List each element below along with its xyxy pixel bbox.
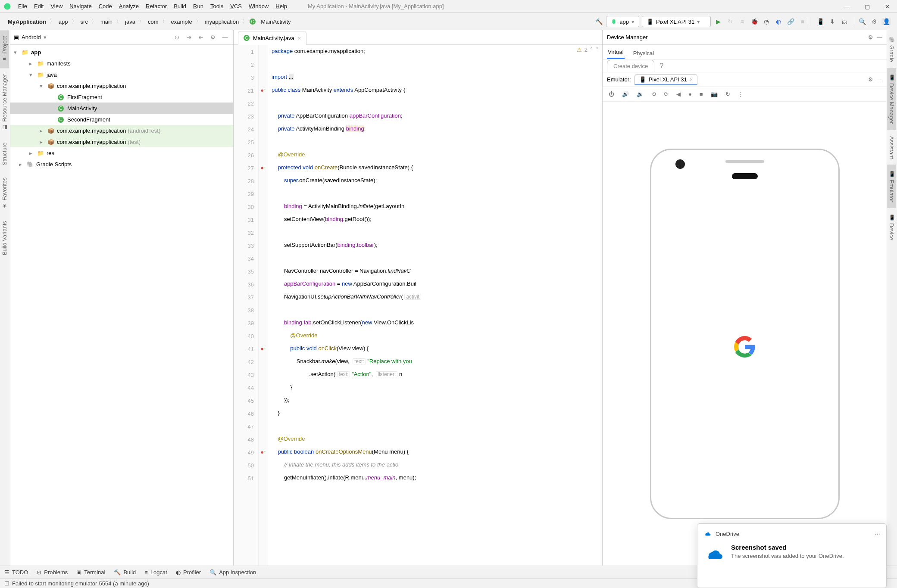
emulator-tab[interactable]: 📱Pixel XL API 31 ×: [634, 74, 698, 85]
line-number-gutter[interactable]: 1232122232425262728293031323334353637383…: [234, 45, 259, 566]
tab-terminal[interactable]: ▣ Terminal: [76, 569, 105, 576]
apply-code-icon[interactable]: ≡: [738, 18, 747, 25]
right-tab-gradle[interactable]: 🐘 Gradle: [887, 30, 896, 68]
menu-refactor[interactable]: Refactor: [142, 1, 170, 11]
tree-node[interactable]: ▸📁res: [10, 147, 233, 159]
tree-node[interactable]: CSecondFragment: [10, 114, 233, 125]
editor-tab[interactable]: C MainActivity.java ×: [238, 31, 306, 45]
power-icon[interactable]: ⏻: [609, 91, 614, 97]
locate-icon[interactable]: ⊙: [172, 34, 181, 40]
device-screen[interactable]: [657, 186, 832, 507]
menu-code[interactable]: Code: [95, 1, 116, 11]
rotate-left-icon[interactable]: ⟲: [651, 91, 656, 97]
maximize-button[interactable]: ▢: [857, 0, 877, 13]
reload-icon[interactable]: ↻: [725, 91, 730, 97]
menu-help[interactable]: Help: [272, 1, 291, 11]
volume-down-icon[interactable]: 🔉: [637, 91, 644, 97]
resource-manager-icon[interactable]: 🗂: [840, 18, 849, 25]
help-icon[interactable]: ?: [659, 62, 663, 70]
tab-todo[interactable]: ☰ TODO: [4, 569, 28, 576]
run-config-selector[interactable]: app ▾: [606, 16, 639, 27]
menu-edit[interactable]: Edit: [31, 1, 47, 11]
tree-node[interactable]: CFirstFragment: [10, 91, 233, 103]
crumb[interactable]: MainActivity: [259, 19, 292, 25]
chevron-up-icon[interactable]: ˄: [590, 47, 593, 53]
debug-icon[interactable]: 🐞: [750, 18, 759, 25]
panel-hide-icon[interactable]: —: [877, 34, 882, 40]
crumb[interactable]: MyApplication: [6, 19, 48, 25]
onedrive-notification[interactable]: OneDrive ⋯ Screenshot saved The screensh…: [697, 523, 887, 588]
left-tab-project[interactable]: ■ Project: [0, 30, 9, 68]
volume-up-icon[interactable]: 🔊: [622, 91, 629, 97]
tree-node[interactable]: ▸🐘Gradle Scripts: [10, 159, 233, 170]
crumb[interactable]: src: [79, 19, 90, 25]
right-tab-emulator[interactable]: 📱 Emulator: [887, 165, 896, 208]
close-tab-icon[interactable]: ×: [298, 35, 301, 41]
tree-node[interactable]: ▾📦com.example.myapplication: [10, 80, 233, 91]
panel-settings-icon[interactable]: ⚙: [868, 76, 873, 83]
menu-file[interactable]: File: [15, 1, 31, 11]
menu-window[interactable]: Window: [245, 1, 272, 11]
right-tab-assistant[interactable]: Assistant: [887, 130, 896, 165]
tab-logcat[interactable]: ≡ Logcat: [144, 569, 167, 576]
coverage-icon[interactable]: ◔: [762, 18, 771, 25]
emulator-viewport[interactable]: + −: [603, 102, 887, 566]
tab-build[interactable]: 🔨 Build: [114, 569, 136, 576]
tree-node[interactable]: ▸📁manifests: [10, 58, 233, 69]
screenshot-icon[interactable]: 📷: [711, 91, 718, 97]
sdk-manager-icon[interactable]: ⬇: [828, 18, 837, 25]
left-tab-favorites[interactable]: ★ Favorites: [0, 171, 9, 215]
search-icon[interactable]: 🔍: [857, 18, 867, 25]
crumb[interactable]: java: [123, 19, 137, 25]
create-device-button[interactable]: Create device: [607, 60, 654, 72]
overview-icon[interactable]: ■: [700, 91, 703, 97]
code-editor[interactable]: 1232122232425262728293031323334353637383…: [234, 45, 602, 566]
tab-app-inspection[interactable]: 🔍 App Inspection: [209, 569, 256, 576]
attach-debugger-icon[interactable]: 🔗: [786, 18, 795, 25]
left-tab-resource-manager[interactable]: ◧ Resource Manager: [0, 68, 9, 137]
minimize-button[interactable]: —: [838, 0, 857, 13]
run-button[interactable]: ▶: [713, 18, 723, 25]
menu-tools[interactable]: Tools: [207, 1, 227, 11]
menu-run[interactable]: Run: [190, 1, 207, 11]
close-button[interactable]: ✕: [877, 0, 897, 13]
crumb[interactable]: app: [57, 19, 70, 25]
inspection-widget[interactable]: ⚠ 2 ˄ ˅: [577, 47, 599, 53]
crumb[interactable]: myapplication: [203, 19, 241, 25]
settings-icon[interactable]: ⚙: [869, 18, 879, 25]
profile-icon[interactable]: ◐: [774, 18, 783, 25]
apply-changes-icon[interactable]: ↻: [725, 18, 735, 25]
left-tab-build-variants[interactable]: Build Variants: [0, 215, 9, 261]
tree-node-app[interactable]: ▾📁app: [10, 47, 233, 58]
right-tab-device[interactable]: 📱 Device: [887, 208, 896, 246]
rotate-right-icon[interactable]: ⟳: [664, 91, 669, 97]
panel-hide-icon[interactable]: —: [877, 76, 882, 83]
stop-icon[interactable]: ■: [798, 18, 807, 25]
tab-virtual[interactable]: Virtual: [607, 46, 625, 59]
menu-view[interactable]: View: [47, 1, 66, 11]
tree-node[interactable]: ▸📦com.example.myapplication (test): [10, 136, 233, 147]
more-icon[interactable]: ⋮: [738, 91, 744, 97]
crumb[interactable]: example: [169, 19, 194, 25]
panel-settings-icon[interactable]: ⚙: [208, 34, 218, 40]
left-tab-structure[interactable]: Structure: [0, 137, 9, 171]
tree-node[interactable]: ▸📦com.example.myapplication (androidTest…: [10, 125, 233, 136]
menu-vcs[interactable]: VCS: [227, 1, 245, 11]
breadcrumb[interactable]: MyApplication〉app〉src〉main〉java〉com〉exam…: [6, 18, 293, 25]
panel-settings-icon[interactable]: ⚙: [868, 34, 873, 40]
crumb[interactable]: com: [146, 19, 160, 25]
crumb[interactable]: main: [99, 19, 114, 25]
user-icon[interactable]: 👤: [881, 18, 891, 25]
tree-node[interactable]: CMainActivity: [10, 103, 233, 114]
avd-manager-icon[interactable]: 📱: [816, 18, 825, 25]
collapse-icon[interactable]: ⇤: [196, 34, 206, 40]
toast-more-icon[interactable]: ⋯: [875, 531, 880, 537]
make-project-icon[interactable]: 🔨: [594, 18, 603, 25]
close-icon[interactable]: ×: [690, 76, 693, 83]
project-view-selector[interactable]: Android: [22, 34, 41, 40]
device-selector[interactable]: 📱Pixel XL API 31▾: [642, 16, 711, 27]
back-icon[interactable]: ◀: [676, 91, 681, 97]
right-tab-device-manager[interactable]: 📱 Device Manager: [887, 68, 896, 130]
tree-node[interactable]: ▾📁java: [10, 69, 233, 80]
chevron-down-icon[interactable]: ˅: [596, 47, 599, 53]
